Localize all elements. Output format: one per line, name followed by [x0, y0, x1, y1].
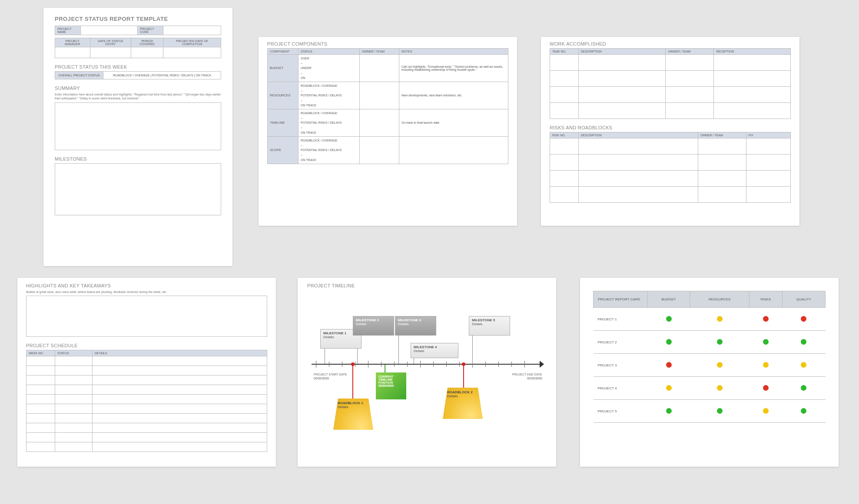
- schedule-heading: PROJECT SCHEDULE: [26, 343, 267, 348]
- status-dot-icon: [717, 408, 723, 414]
- table-row: PROJECT 1: [594, 308, 826, 331]
- current-position-box[interactable]: CURRENT TIMELINE POSITION 00/00/0000: [376, 372, 406, 399]
- table-row: PROJECT 5: [594, 400, 826, 423]
- project-meta2-table: PROJECT MANAGER DATE OF STATUS ENTRY PER…: [55, 38, 221, 58]
- risks-heading: RISKS AND ROADBLOCKS: [550, 125, 791, 130]
- status-dot-icon: [763, 339, 769, 345]
- milestone-box[interactable]: MILESTONE 3 Details: [395, 316, 436, 336]
- status-dot-icon: [666, 362, 672, 368]
- page-report-card: PROJECT REPORT CARD BUDGET RESOURCES RIS…: [580, 278, 839, 467]
- status-dot-icon: [666, 339, 672, 345]
- milestone-box[interactable]: MILESTONE 4 Details: [411, 343, 458, 358]
- status-dot-icon: [763, 408, 769, 414]
- highlights-hint: Bullets of great work, who owns what, wh…: [26, 290, 267, 294]
- roadblock-box[interactable]: ROADBLOCK 2 Details: [443, 388, 483, 419]
- highlights-box[interactable]: [26, 296, 267, 337]
- col-status-date: DATE OF STATUS ENTRY: [90, 38, 131, 47]
- status-dot-icon: [763, 316, 769, 322]
- project-name-label: PROJECT NAME: [55, 26, 81, 35]
- status-dot-icon: [763, 385, 769, 391]
- col-notes: NOTES: [399, 49, 508, 55]
- components-heading: PROJECT COMPONENTS: [267, 41, 508, 46]
- status-dot-icon: [801, 339, 806, 345]
- timeline-chart: MILESTONE 1 Details MILESTONE 2 Details …: [307, 290, 547, 455]
- timeline-axis: [312, 364, 542, 365]
- col-status: STATUS: [298, 49, 360, 55]
- page-work-risks: WORK ACCOMPLISHED TASK NO. DESCRIPTION O…: [541, 37, 799, 226]
- table-row: PROJECT 2: [594, 331, 826, 354]
- status-dot-icon: [666, 316, 672, 322]
- milestones-box[interactable]: [55, 163, 221, 215]
- page-highlights-schedule: HIGHLIGHTS AND KEY TAKEAWAYS Bullets of …: [17, 278, 276, 467]
- work-heading: WORK ACCOMPLISHED: [550, 41, 791, 46]
- project-name-value[interactable]: [81, 26, 138, 35]
- col-component: COMPONENT: [268, 49, 298, 55]
- status-dot-icon: [666, 385, 672, 391]
- status-dot-icon: [801, 408, 806, 414]
- status-dot-icon: [801, 316, 806, 322]
- components-table: COMPONENT STATUS OWNER / TEAM NOTES BUDG…: [267, 48, 508, 164]
- project-meta-table: PROJECT NAME PROJECT CODE: [55, 26, 221, 35]
- col-period: PERIOD COVERED: [131, 38, 163, 47]
- table-row: PROJECT 4: [594, 377, 826, 400]
- template-gallery: PROJECT STATUS REPORT TEMPLATE PROJECT N…: [0, 0, 859, 504]
- col-completion: PROJECTED DATE OF COMPLETION: [163, 38, 221, 47]
- risks-table: RISK NO. DESCRIPTION OWNER / TEAM FIX: [550, 132, 791, 203]
- end-caption: PROJECT END DATE 00/00/0000: [503, 372, 542, 380]
- project-code-value[interactable]: [163, 26, 221, 35]
- table-row: RESOURCES ROADBLOCK / OVERAGE – POTENTIA…: [268, 82, 508, 109]
- table-row: TIMELINE ROADBLOCK / OVERAGE – POTENTIAL…: [268, 109, 508, 136]
- schedule-table: WEEK NO. STATUS DETAILS: [26, 350, 267, 452]
- table-row: SCOPE ROADBLOCK / OVERAGE – POTENTIAL RI…: [268, 136, 508, 164]
- page-project-timeline: PROJECT TIMELINE: [298, 278, 556, 467]
- table-row: BUDGET OVER – UNDER – ON Call out highli…: [268, 55, 508, 82]
- milestone-box[interactable]: MILESTONE 5 Details: [469, 316, 510, 336]
- start-caption: PROJECT START DATE 00/00/0000: [314, 372, 353, 380]
- roadblock-box[interactable]: ROADBLOCK 1 Details: [333, 399, 373, 430]
- summary-heading: SUMMARY: [55, 86, 221, 91]
- status-dot-icon: [717, 316, 723, 322]
- work-table: TASK NO. DESCRIPTION OWNER / TEAM RECEPT…: [550, 48, 791, 119]
- status-dot-icon: [717, 385, 723, 391]
- status-dot-icon: [801, 385, 806, 391]
- summary-hint: Enter information here about overall sta…: [55, 92, 221, 101]
- overall-status-options[interactable]: ROADBLOCK / OVERAGE | POTENTIAL RISKS / …: [103, 72, 221, 79]
- overall-status-label: OVERALL PROJECT STATUS: [55, 72, 103, 79]
- status-this-week-heading: PROJECT STATUS THIS WEEK: [55, 64, 221, 69]
- arrow-icon: [540, 361, 544, 368]
- overall-status-row: OVERALL PROJECT STATUS ROADBLOCK / OVERA…: [55, 71, 221, 79]
- status-dot-icon: [717, 339, 723, 345]
- highlights-heading: HIGHLIGHTS AND KEY TAKEAWAYS: [26, 283, 267, 288]
- table-row: PROJECT 3: [594, 354, 826, 377]
- page-status-report-1: PROJECT STATUS REPORT TEMPLATE PROJECT N…: [43, 8, 232, 266]
- timeline-heading: PROJECT TIMELINE: [307, 283, 547, 288]
- report-title: PROJECT STATUS REPORT TEMPLATE: [55, 16, 221, 22]
- col-manager: PROJECT MANAGER: [55, 38, 90, 47]
- status-dot-icon: [763, 362, 769, 368]
- status-dot-icon: [666, 408, 672, 414]
- project-code-label: PROJECT CODE: [138, 26, 163, 35]
- summary-box[interactable]: [55, 102, 221, 150]
- page-project-components: PROJECT COMPONENTS COMPONENT STATUS OWNE…: [259, 37, 517, 226]
- status-dot-icon: [717, 362, 723, 368]
- status-dot-icon: [801, 362, 806, 368]
- milestone-box[interactable]: MILESTONE 2 Details: [353, 316, 394, 336]
- report-card-table: PROJECT REPORT CARD BUDGET RESOURCES RIS…: [593, 291, 826, 423]
- milestones-heading: MILESTONES: [55, 156, 221, 161]
- col-owner: OWNER / TEAM: [360, 49, 399, 55]
